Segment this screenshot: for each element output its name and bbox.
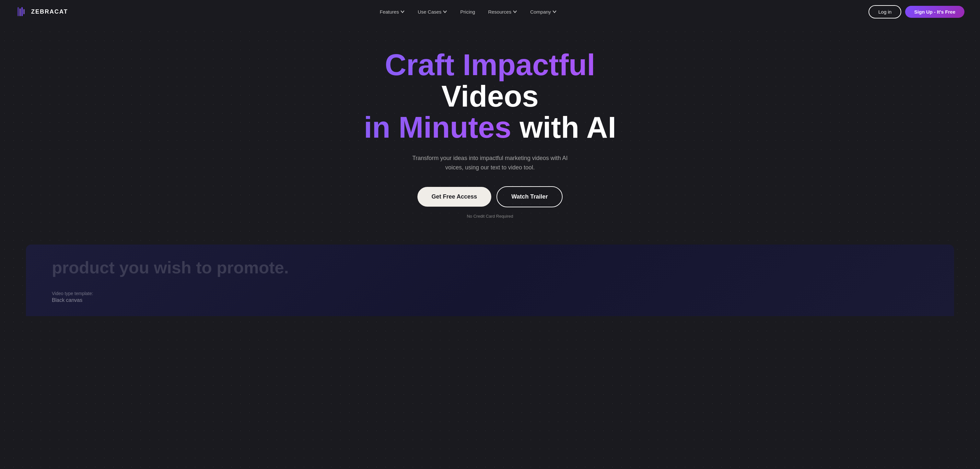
hero-section: Craft Impactful Videos in Minutes with A… xyxy=(0,23,980,238)
hero-title: Craft Impactful Videos in Minutes with A… xyxy=(344,49,636,143)
get-free-access-button[interactable]: Get Free Access xyxy=(417,187,491,207)
hero-title-gradient-minutes: in Minutes xyxy=(364,111,520,144)
chevron-down-icon xyxy=(443,10,447,14)
product-preview: product you wish to promote. Video type … xyxy=(26,245,954,316)
svg-rect-3 xyxy=(23,9,25,14)
nav-links: Features Use Cases Pricing Resources Com… xyxy=(375,6,562,17)
svg-rect-0 xyxy=(18,7,19,16)
login-button[interactable]: Log in xyxy=(869,5,901,19)
nav-use-cases[interactable]: Use Cases xyxy=(412,6,452,17)
nav-resources[interactable]: Resources xyxy=(483,6,522,17)
nav-pricing[interactable]: Pricing xyxy=(455,6,480,17)
logo-area: ZEBRACAT xyxy=(16,6,68,17)
preview-faded-text: product you wish to promote. xyxy=(52,258,289,278)
nav-auth-buttons: Log in Sign Up - It's Free xyxy=(869,5,964,19)
hero-subtitle: Transform your ideas into impactful mark… xyxy=(402,154,578,172)
svg-rect-2 xyxy=(21,7,23,16)
zebracat-logo-icon xyxy=(16,6,27,17)
no-credit-card-label: No Credit Card Required xyxy=(467,214,513,219)
navbar: ZEBRACAT Features Use Cases Pricing Reso… xyxy=(0,0,980,23)
preview-label-group: Video type template: Black canvas xyxy=(52,291,93,303)
svg-rect-1 xyxy=(19,8,21,16)
preview-value-1: Black canvas xyxy=(52,297,93,303)
hero-title-gradient-part: Craft Impactful xyxy=(385,48,595,81)
signup-button[interactable]: Sign Up - It's Free xyxy=(905,6,964,18)
hero-title-white-ai: with AI xyxy=(520,111,616,144)
chevron-down-icon xyxy=(400,10,405,14)
nav-features[interactable]: Features xyxy=(375,6,410,17)
nav-company[interactable]: Company xyxy=(525,6,562,17)
preview-label-1: Video type template: xyxy=(52,291,93,296)
hero-title-white-videos: Videos xyxy=(441,79,539,113)
hero-cta-area: Get Free Access Watch Trailer No Credit … xyxy=(417,186,563,219)
preview-labels-row: Video type template: Black canvas xyxy=(52,291,93,303)
chevron-down-icon xyxy=(552,10,557,14)
chevron-down-icon xyxy=(513,10,517,14)
logo-text: ZEBRACAT xyxy=(31,8,68,15)
watch-trailer-button[interactable]: Watch Trailer xyxy=(496,186,563,207)
hero-buttons-row: Get Free Access Watch Trailer xyxy=(417,186,563,207)
